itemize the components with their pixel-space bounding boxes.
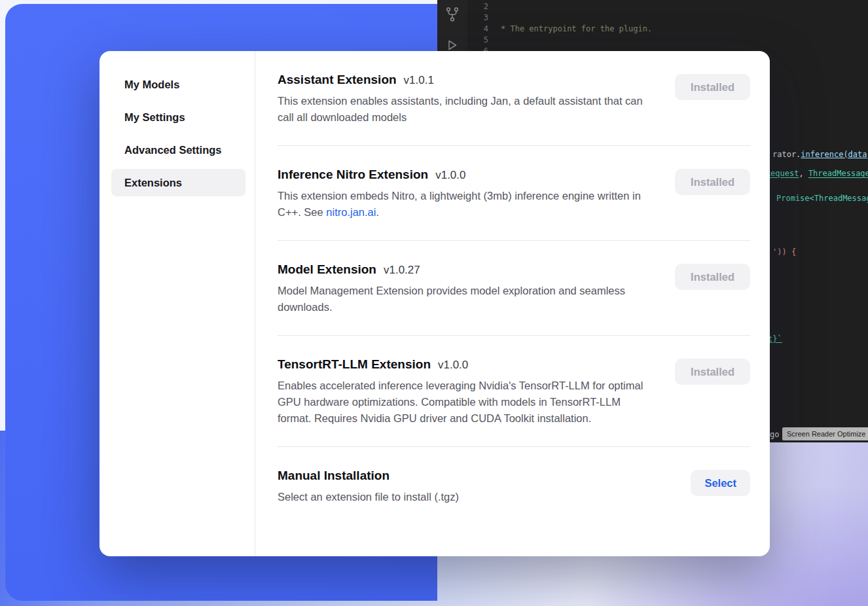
extension-info: Assistant Extension v1.0.1 This extensio…	[278, 73, 675, 126]
line-number: 2	[466, 1, 488, 12]
installed-button[interactable]: Installed	[675, 264, 750, 290]
extension-info: Inference Nitro Extension v1.0.0 This ex…	[278, 168, 675, 221]
settings-sidebar: My Models My Settings Advanced Settings …	[99, 51, 255, 556]
extension-title: Assistant Extension	[278, 73, 397, 87]
extension-title: Model Extension	[278, 262, 376, 277]
code-identifier: ThreadMessage	[808, 169, 868, 178]
extension-row-tensorrt-llm: TensortRT-LLM Extension v1.0.0 Enables a…	[278, 336, 750, 447]
code-fragment: t}`	[768, 334, 782, 344]
code-fragment: Promise<ThreadMessage>	[776, 194, 868, 204]
select-file-button[interactable]: Select	[691, 470, 750, 496]
extension-description: Enables accelerated inference leveraging…	[278, 378, 649, 427]
extension-description: Model Management Extension provides mode…	[278, 283, 649, 315]
extension-version: v1.0.0	[438, 359, 468, 372]
extension-description: This extension enables assistants, inclu…	[278, 93, 649, 126]
installed-button[interactable]: Installed	[675, 169, 750, 195]
line-number: 5	[466, 35, 488, 46]
extension-title: TensortRT-LLM Extension	[278, 357, 431, 372]
git-branch-icon[interactable]	[444, 6, 461, 23]
installed-button[interactable]: Installed	[675, 74, 750, 100]
statusbar-text: go	[770, 429, 779, 440]
extension-version: v1.0.0	[435, 169, 465, 182]
sidebar-item-extensions[interactable]: Extensions	[111, 169, 245, 196]
page-background: 2 3 4 5 6 * The entrypoint for the plugi…	[0, 0, 868, 606]
manual-installation-row: Manual Installation Select an extension …	[278, 447, 750, 525]
extension-row-model: Model Extension v1.0.27 Model Management…	[278, 241, 750, 336]
extension-info: Model Extension v1.0.27 Model Management…	[278, 262, 675, 315]
screen-reader-optimize-status[interactable]: Screen Reader Optimize	[782, 427, 868, 440]
installed-button[interactable]: Installed	[675, 359, 750, 385]
code-separator: ,	[799, 169, 808, 178]
editor-line-numbers: 2 3 4 5 6	[466, 1, 488, 57]
settings-modal: My Models My Settings Advanced Settings …	[99, 51, 770, 556]
extension-row-assistant: Assistant Extension v1.0.1 This extensio…	[278, 51, 750, 146]
extensions-list: Assistant Extension v1.0.1 This extensio…	[255, 51, 770, 556]
sidebar-item-my-models[interactable]: My Models	[111, 71, 245, 98]
extension-title: Inference Nitro Extension	[278, 168, 428, 182]
line-number: 3	[466, 12, 488, 24]
extension-row-inference-nitro: Inference Nitro Extension v1.0.0 This ex…	[278, 146, 750, 241]
manual-installation-description: Select an extension file to install (.tg…	[278, 489, 656, 505]
sidebar-item-advanced-settings[interactable]: Advanced Settings	[111, 136, 245, 164]
nitro-jan-ai-link[interactable]: nitro.jan.ai	[326, 206, 376, 218]
extension-info: TensortRT-LLM Extension v1.0.0 Enables a…	[278, 357, 675, 427]
extension-description: This extension embeds Nitro, a lightweig…	[278, 188, 649, 221]
description-text: .	[376, 206, 379, 218]
line-number: 4	[466, 24, 488, 35]
extension-version: v1.0.1	[404, 74, 434, 87]
extension-version: v1.0.27	[384, 264, 420, 277]
code-fragment: ')) {	[772, 247, 796, 257]
code-comment: * The entrypoint for the plugin.	[501, 24, 652, 33]
sidebar-item-my-settings[interactable]: My Settings	[111, 103, 245, 131]
manual-installation-title: Manual Installation	[278, 469, 389, 483]
extension-info: Manual Installation Select an extension …	[278, 469, 691, 505]
code-fragment: rator.inference(data));	[772, 150, 868, 160]
